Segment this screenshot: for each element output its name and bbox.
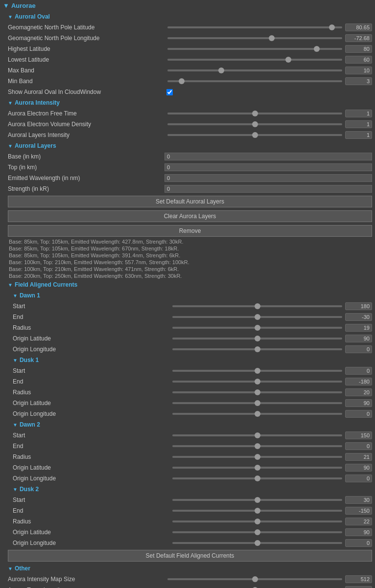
other-header: ▼ Other xyxy=(5,563,375,574)
range-slider[interactable] xyxy=(172,305,342,307)
slider-row: Aurora Electron Volume Density1 xyxy=(5,119,375,130)
auroral-layers-button-1[interactable]: Clear Aurora Layers xyxy=(8,210,372,222)
button-row: Clear Aurora Layers xyxy=(5,209,375,224)
range-slider[interactable] xyxy=(167,69,342,71)
other-section: ▼ Other Aurora Intensity Map Size512Auro… xyxy=(0,563,375,588)
range-slider[interactable] xyxy=(172,499,342,501)
set-default-fac-button[interactable]: Set Default Field Aligned Currents xyxy=(8,550,372,562)
range-slider[interactable] xyxy=(167,26,342,28)
slider-wrap xyxy=(172,456,342,458)
aurorae-title: Aurorae xyxy=(11,2,36,9)
slider-row: Start0 xyxy=(10,365,375,376)
range-slider[interactable] xyxy=(172,531,342,533)
range-slider[interactable] xyxy=(172,434,342,436)
slider-wrap xyxy=(172,413,342,415)
fac-subsection-dawn-2: ▼Dawn 2Start150End0Radius21Origin Latitu… xyxy=(5,419,375,484)
range-slider[interactable] xyxy=(167,37,342,39)
field-label: Origin Latitude xyxy=(13,400,169,407)
field-label: Origin Latitude xyxy=(13,335,169,342)
slider-wrap xyxy=(172,467,342,469)
text-input[interactable] xyxy=(164,153,372,160)
slider-row: End-30 xyxy=(10,312,375,322)
text-input[interactable] xyxy=(164,174,372,182)
range-slider[interactable] xyxy=(172,316,342,318)
slider-row: Radius22 xyxy=(10,516,375,527)
list-item: Base: 85km, Top: 105km, Emitted Waveleng… xyxy=(5,252,375,259)
range-slider[interactable] xyxy=(172,370,342,372)
range-slider[interactable] xyxy=(167,578,342,580)
field-value: 512 xyxy=(345,575,372,583)
slider-row: Radius20 xyxy=(10,387,375,398)
slider-wrap xyxy=(172,434,342,436)
range-slider[interactable] xyxy=(172,381,342,383)
text-input[interactable] xyxy=(164,163,372,171)
slider-wrap xyxy=(167,80,342,82)
slider-wrap xyxy=(172,510,342,512)
range-slider[interactable] xyxy=(167,134,342,136)
range-slider[interactable] xyxy=(172,327,342,329)
field-label: Aurora Electron Free Time xyxy=(8,110,164,117)
range-slider[interactable] xyxy=(172,402,342,404)
list-item: Base: 100km, Top: 210km, Emitted Wavelen… xyxy=(5,266,375,272)
field-label: Aurora Intensity Map Size xyxy=(8,576,164,583)
field-value: 19 xyxy=(345,324,372,332)
range-slider[interactable] xyxy=(167,48,342,50)
auroral-layers-button-0[interactable]: Set Default Auroral Layers xyxy=(8,196,372,207)
range-slider[interactable] xyxy=(172,413,342,415)
range-slider[interactable] xyxy=(172,348,342,350)
field-label: Origin Latitude xyxy=(13,529,169,536)
range-slider[interactable] xyxy=(167,80,342,82)
fac-subsection-dusk-1: ▼Dusk 1Start0End-180Radius20Origin Latit… xyxy=(5,355,375,419)
field-value: 10 xyxy=(345,67,372,74)
slider-row: Start180 xyxy=(10,301,375,312)
slider-row: End-180 xyxy=(10,376,375,387)
field-value: 30 xyxy=(345,496,372,504)
field-value: 0 xyxy=(345,442,372,450)
show-auroral-oval-checkbox[interactable] xyxy=(166,89,173,95)
field-label: Base (in km) xyxy=(8,153,164,160)
slider-wrap xyxy=(172,305,342,307)
range-slider[interactable] xyxy=(172,445,342,447)
slider-row: Origin Latitude90 xyxy=(10,527,375,538)
field-value: 150 xyxy=(345,431,372,439)
range-slider[interactable] xyxy=(172,391,342,393)
fac-subsection-dusk-2: ▼Dusk 2Start30End-150Radius22Origin Lati… xyxy=(5,484,375,548)
slider-row: Min Band3 xyxy=(5,76,375,87)
fac-sub-header: ▼Dawn 2 xyxy=(10,419,375,430)
text-input[interactable] xyxy=(164,185,372,193)
range-slider[interactable] xyxy=(172,520,342,522)
field-value: 90 xyxy=(345,464,372,472)
range-slider[interactable] xyxy=(172,477,342,479)
slider-row: Start150 xyxy=(10,430,375,441)
field-label: Radius xyxy=(13,453,169,460)
slider-wrap xyxy=(172,391,342,393)
aurorae-arrow: ▼ xyxy=(3,2,9,9)
range-slider[interactable] xyxy=(172,456,342,458)
slider-row: Origin Longitude0 xyxy=(10,408,375,419)
field-value: 90 xyxy=(345,528,372,536)
range-slider[interactable] xyxy=(167,59,342,61)
auroral-oval-header: ▼ Auroral Oval xyxy=(5,11,375,22)
field-value: 0 xyxy=(345,475,372,482)
slider-wrap xyxy=(172,520,342,522)
slider-wrap xyxy=(167,59,342,61)
slider-wrap xyxy=(167,123,342,125)
text-input-row: Top (in km) xyxy=(5,162,375,173)
slider-row: Max Band10 xyxy=(5,65,375,76)
slider-wrap xyxy=(172,348,342,350)
field-value: 0 xyxy=(345,539,372,547)
range-slider[interactable] xyxy=(172,542,342,544)
range-slider[interactable] xyxy=(172,467,342,469)
slider-wrap xyxy=(172,531,342,533)
list-item: Base: 85km, Top: 105km, Emitted Waveleng… xyxy=(5,245,375,252)
range-slider[interactable] xyxy=(172,338,342,339)
field-label: Radius xyxy=(13,389,169,396)
range-slider[interactable] xyxy=(167,123,342,125)
range-slider[interactable] xyxy=(172,510,342,512)
slider-row: Origin Longitude0 xyxy=(10,473,375,484)
field-value: 21 xyxy=(345,453,372,461)
field-value: 180 xyxy=(345,302,372,310)
slider-row: Geomagnetic North Pole Latitude80.65 xyxy=(5,22,375,33)
auroral-layers-button-2[interactable]: Remove xyxy=(8,225,372,237)
range-slider[interactable] xyxy=(167,113,342,114)
